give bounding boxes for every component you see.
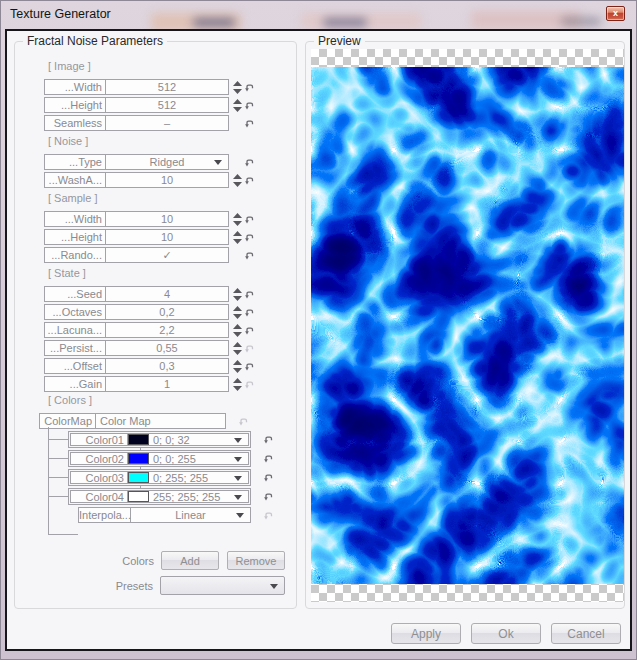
reset-icon[interactable] [263, 472, 274, 483]
tree-line [48, 439, 68, 440]
chevron-down-icon [214, 160, 222, 165]
color-rgb-value: 0; 0; 255 [149, 453, 196, 464]
param-value: 10 [161, 213, 173, 225]
colormap-value: Color Map [100, 415, 151, 427]
section-header: [ Noise ] [48, 135, 285, 148]
spinner-up-down-icon[interactable] [233, 306, 242, 319]
param-value-field[interactable]: – [106, 115, 229, 131]
param-label: ...Lacuna... [44, 322, 106, 338]
colormap-row: ColorMapColor Map [44, 413, 285, 429]
color-row: Color04255; 255; 255 [68, 488, 285, 505]
param-value-field[interactable]: 10 [106, 172, 229, 188]
interpolation-row: Interpola...Linear [78, 507, 285, 523]
titlebar-glass-blob [323, 18, 367, 27]
reset-icon[interactable] [244, 118, 255, 129]
color-entry[interactable]: Color020; 0; 255 [68, 450, 251, 467]
cancel-button[interactable]: Cancel [551, 623, 621, 644]
spinner-up-down-icon[interactable] [233, 231, 242, 244]
param-label: Seamless [44, 115, 106, 131]
reset-icon[interactable] [244, 100, 255, 111]
reset-icon[interactable] [244, 232, 255, 243]
reset-icon[interactable] [244, 289, 255, 300]
ok-button[interactable]: Ok [471, 623, 541, 644]
param-row: ...Seed4 [44, 286, 285, 302]
param-value-field[interactable]: 10 [106, 229, 229, 245]
reset-icon[interactable] [244, 214, 255, 225]
color-entry[interactable]: Color030; 255; 255 [68, 469, 251, 486]
param-value-field[interactable]: 10 [106, 211, 229, 227]
reset-icon[interactable] [244, 250, 255, 261]
reset-icon[interactable] [244, 175, 255, 186]
dialog-client: Fractal Noise Parameters [ Image ]...Wid… [5, 29, 632, 651]
interpolation-dropdown[interactable]: Linear [131, 507, 251, 523]
reset-icon[interactable] [263, 453, 274, 464]
param-row: ...Offset0,3 [44, 358, 285, 374]
colors-section: [ Colors ]ColorMapColor MapColor010; 0; … [44, 394, 285, 523]
presets-dropdown[interactable] [160, 576, 285, 595]
chevron-down-icon [234, 457, 242, 462]
param-value-field[interactable]: 512 [106, 79, 229, 95]
color-swatch[interactable] [128, 472, 149, 483]
color-swatch[interactable] [128, 434, 149, 445]
colormap-value-field[interactable]: Color Map [96, 413, 226, 429]
param-value-field[interactable]: 0,3 [106, 358, 229, 374]
spinner-up-down-icon[interactable] [233, 81, 242, 94]
spinner-up-down-icon[interactable] [233, 360, 242, 373]
param-label: ...Height [44, 97, 106, 113]
param-value-field[interactable]: 512 [106, 97, 229, 113]
reset-icon[interactable] [244, 325, 255, 336]
titlebar-glass-blob [561, 17, 601, 26]
spinner-up-down-icon[interactable] [233, 342, 242, 355]
reset-icon[interactable] [244, 307, 255, 318]
apply-button[interactable]: Apply [391, 623, 461, 644]
spinner-up-down-icon[interactable] [233, 288, 242, 301]
color-label: Color04 [70, 490, 128, 503]
remove-color-button[interactable]: Remove [227, 551, 285, 570]
param-row: ...Lacuna...2,2 [44, 322, 285, 338]
param-row: ...Gain1 [44, 376, 285, 392]
param-row: ...TypeRidged [44, 154, 285, 170]
reset-icon[interactable] [263, 491, 274, 502]
param-value: 0,3 [159, 360, 174, 372]
param-value: 0,2 [159, 306, 174, 318]
tree-line [48, 477, 68, 478]
param-value: 2,2 [159, 324, 174, 336]
window-title: Texture Generator [10, 7, 111, 21]
param-value-field[interactable]: 4 [106, 286, 229, 302]
param-label: ...Width [44, 79, 106, 95]
titlebar[interactable]: Texture Generator x [1, 1, 636, 29]
color-swatch[interactable] [128, 453, 149, 464]
spinner-up-down-icon[interactable] [233, 324, 242, 337]
spinner-up-down-icon[interactable] [233, 378, 242, 391]
add-color-button[interactable]: Add [161, 551, 219, 570]
param-row: ...Height512 [44, 97, 285, 113]
param-value-field[interactable]: ✓ [106, 247, 229, 263]
reset-icon[interactable] [263, 434, 274, 445]
spinner-up-down-icon[interactable] [233, 213, 242, 226]
close-button[interactable]: x [606, 6, 625, 21]
reset-icon[interactable] [244, 82, 255, 93]
color-entry[interactable]: Color010; 0; 32 [68, 431, 251, 448]
param-value-field[interactable]: 2,2 [106, 322, 229, 338]
reset-icon[interactable] [244, 157, 255, 168]
param-value-field[interactable]: 0,2 [106, 304, 229, 320]
param-value: 4 [164, 288, 170, 300]
param-label: ...Type [44, 154, 106, 170]
chevron-down-icon [236, 513, 244, 518]
reset-icon[interactable] [244, 361, 255, 372]
preview-group: Preview [305, 41, 625, 609]
spinner-up-down-icon[interactable] [233, 99, 242, 112]
tree-line [48, 496, 68, 497]
param-value-field[interactable]: Ridged [106, 154, 229, 170]
color-entry[interactable]: Color04255; 255; 255 [68, 488, 251, 505]
param-value-field[interactable]: 1 [106, 376, 229, 392]
colors-footer: Colors Add Remove Presets [44, 551, 285, 595]
spinner-up-down-icon[interactable] [233, 174, 242, 187]
chevron-down-icon [270, 584, 278, 589]
color-swatch[interactable] [128, 491, 149, 502]
param-value-field[interactable]: 0,55 [106, 340, 229, 356]
chevron-down-icon [234, 438, 242, 443]
parameter-sections: [ Image ]...Width512...Height512Seamless… [44, 60, 285, 392]
colormap-tree: Color010; 0; 32Color020; 0; 255Color030;… [44, 431, 285, 523]
color-label: Color02 [70, 452, 128, 465]
